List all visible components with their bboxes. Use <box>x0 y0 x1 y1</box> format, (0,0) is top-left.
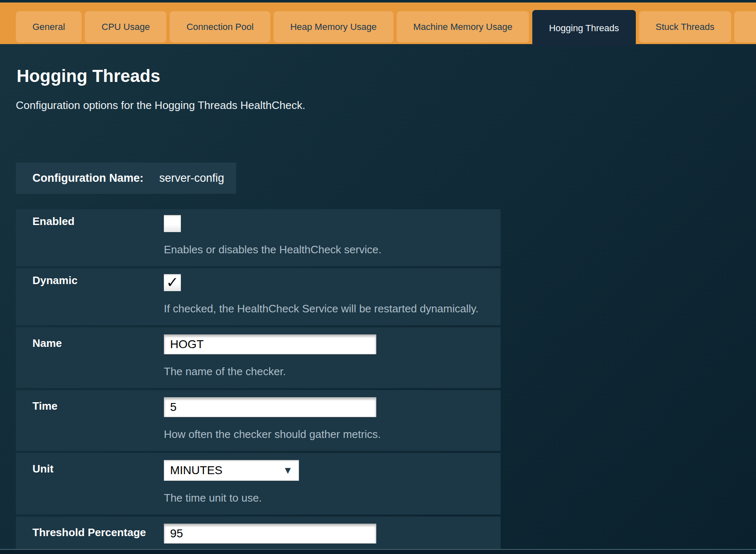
field-row-unit: Unit MINUTES ▼ The time unit to use. <box>16 453 501 514</box>
tab-bar: General CPU Usage Connection Pool Heap M… <box>0 2 756 44</box>
unit-label: Unit <box>32 460 164 505</box>
name-input[interactable] <box>164 334 376 354</box>
field-row-enabled: Enabled Enables or disables the HealthCh… <box>16 209 501 266</box>
time-label: Time <box>32 397 164 441</box>
tab-general[interactable]: General <box>16 11 82 42</box>
dropdown-arrow-icon: ▼ <box>283 465 293 475</box>
main-content: Hogging Threads Configuration options fo… <box>0 67 756 554</box>
tab-hogging-threads[interactable]: Hogging Threads <box>532 10 635 47</box>
enabled-label: Enabled <box>32 215 164 256</box>
tab-heap-memory-usage[interactable]: Heap Memory Usage <box>274 11 393 42</box>
tab-partial[interactable] <box>734 11 756 42</box>
configuration-name-label: Configuration Name: <box>32 172 143 185</box>
configuration-name-value: server-config <box>159 172 224 185</box>
field-row-threshold-percentage: Threshold Percentage Percentage before a… <box>16 517 501 554</box>
field-rows: Enabled Enables or disables the HealthCh… <box>16 209 501 554</box>
unit-select[interactable]: MINUTES ▼ <box>164 460 299 481</box>
page-subtitle: Configuration options for the Hogging Th… <box>16 99 756 112</box>
bottom-edge-bar <box>0 549 756 554</box>
dynamic-label: Dynamic <box>32 274 164 315</box>
enabled-help-text: Enables or disables the HealthCheck serv… <box>164 243 381 256</box>
name-help-text: The name of the checker. <box>164 365 286 378</box>
checkmark-icon: ✓ <box>166 275 178 290</box>
unit-select-value: MINUTES <box>170 464 222 477</box>
time-input[interactable] <box>164 397 376 417</box>
configuration-name-box: Configuration Name: server-config <box>16 163 236 194</box>
tab-stuck-threads[interactable]: Stuck Threads <box>639 11 731 42</box>
threshold-percentage-input[interactable] <box>164 524 376 544</box>
name-label: Name <box>32 334 164 378</box>
dynamic-help-text: If checked, the HealthCheck Service will… <box>164 302 479 315</box>
app-window: General CPU Usage Connection Pool Heap M… <box>0 0 756 554</box>
tab-connection-pool[interactable]: Connection Pool <box>170 11 270 42</box>
page-title: Hogging Threads <box>17 67 756 86</box>
tab-machine-memory-usage[interactable]: Machine Memory Usage <box>397 11 529 42</box>
unit-help-text: The time unit to use. <box>164 492 262 505</box>
field-row-dynamic: Dynamic ✓ If checked, the HealthCheck Se… <box>16 268 501 325</box>
field-row-time: Time How often the checker should gather… <box>16 390 501 451</box>
time-help-text: How often the checker should gather metr… <box>164 428 381 441</box>
field-row-name: Name The name of the checker. <box>16 327 501 388</box>
dynamic-checkbox[interactable]: ✓ <box>164 274 181 291</box>
tab-cpu-usage[interactable]: CPU Usage <box>85 11 166 42</box>
enabled-checkbox[interactable] <box>164 215 181 232</box>
